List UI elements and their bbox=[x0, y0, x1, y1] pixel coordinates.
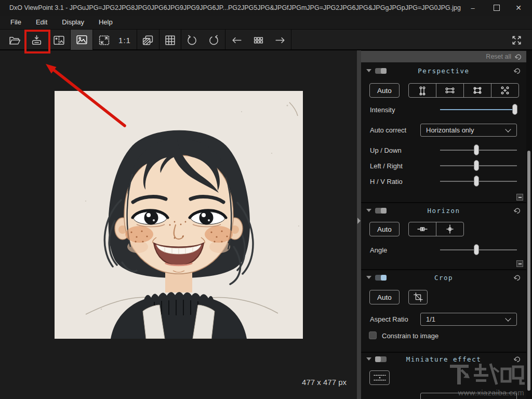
aspect-ratio-label: Aspect Ratio bbox=[370, 315, 408, 323]
fit-screen-button[interactable] bbox=[95, 32, 113, 49]
toolbar: 1:1 bbox=[0, 29, 532, 50]
open-folder-icon bbox=[8, 34, 21, 47]
menu-display[interactable]: Display bbox=[55, 16, 91, 29]
crop-undo-icon[interactable] bbox=[513, 274, 521, 282]
constrain-to-image-label: Constrain to image bbox=[382, 332, 438, 340]
force-vertical-parallels-button[interactable] bbox=[409, 84, 436, 97]
left-right-slider[interactable] bbox=[440, 159, 517, 172]
fullscreen-icon bbox=[510, 34, 523, 47]
rotate-cw-button[interactable] bbox=[204, 32, 223, 49]
menu-edit[interactable]: Edit bbox=[29, 16, 55, 29]
horizon-title: Horizon bbox=[361, 207, 526, 215]
left-right-label: Left / Right bbox=[370, 162, 403, 170]
main-area: 477 x 477 px Reset all Perspective bbox=[0, 50, 532, 399]
chevron-down-icon bbox=[505, 126, 511, 132]
up-down-slider[interactable] bbox=[440, 144, 517, 156]
reset-all-bar[interactable]: Reset all bbox=[361, 51, 526, 62]
force-horizontal-parallels-button[interactable] bbox=[436, 84, 463, 97]
auto-label: Auto bbox=[377, 87, 392, 95]
angle-label: Angle bbox=[370, 246, 387, 254]
intensity-slider[interactable] bbox=[440, 103, 517, 116]
window-title: DxO ViewPoint 3.1 - JPGuJPG=JPG2JPG8JPG0… bbox=[9, 0, 461, 16]
perspective-undo-icon[interactable] bbox=[513, 67, 521, 75]
slider-handle[interactable] bbox=[474, 176, 479, 187]
miniature-title: Miniature effect bbox=[361, 355, 526, 363]
tilt-shift-icon bbox=[373, 373, 387, 382]
previous-image-button[interactable] bbox=[227, 32, 246, 49]
force-rectangle-button[interactable] bbox=[463, 84, 491, 97]
horizontal-parallels-icon bbox=[444, 84, 456, 97]
horizon-level-vertical-button[interactable] bbox=[436, 222, 463, 236]
section-divider bbox=[361, 269, 526, 270]
app-window: DxO ViewPoint 3.1 - JPGuJPG=JPG2JPG8JPG0… bbox=[0, 0, 532, 399]
level-vertical-icon bbox=[444, 223, 456, 235]
maximize-icon bbox=[494, 5, 500, 11]
menu-file[interactable]: File bbox=[3, 16, 29, 29]
constrain-to-image-checkbox[interactable] bbox=[369, 331, 377, 339]
eight-point-tool-button[interactable] bbox=[491, 84, 518, 97]
crop-auto-button[interactable]: Auto bbox=[369, 290, 400, 304]
perspective-header: Perspective bbox=[361, 66, 526, 76]
slider-track bbox=[440, 109, 517, 110]
auto-correct-value: Horizontals only bbox=[426, 124, 474, 136]
horizon-undo-icon[interactable] bbox=[513, 207, 521, 215]
thumbnail-browser-button[interactable] bbox=[249, 32, 268, 49]
toolbar-separator bbox=[181, 30, 181, 50]
panel-collapse-icon[interactable] bbox=[357, 218, 361, 224]
auto-correct-dropdown[interactable]: Horizontals only bbox=[420, 124, 517, 137]
menu-help[interactable]: Help bbox=[91, 16, 120, 29]
miniature-partial-dropdown[interactable] bbox=[420, 393, 517, 399]
image-view-icon bbox=[75, 33, 88, 46]
arrow-right-icon bbox=[274, 34, 287, 47]
angle-slider[interactable] bbox=[440, 244, 517, 256]
miniature-tool-button[interactable] bbox=[369, 370, 390, 385]
miniature-header: Miniature effect bbox=[361, 355, 526, 364]
crop-tool-button[interactable] bbox=[408, 290, 428, 304]
panel-scrollbar[interactable] bbox=[526, 50, 532, 399]
section-divider bbox=[361, 202, 526, 203]
rotate-ccw-button[interactable] bbox=[182, 32, 201, 49]
overlay-compare-button[interactable] bbox=[138, 32, 157, 49]
toolbar-separator bbox=[225, 30, 225, 50]
grid-button[interactable] bbox=[161, 32, 179, 49]
horizon-collapse-button[interactable] bbox=[516, 260, 523, 267]
perspective-tool-group bbox=[408, 83, 519, 98]
horizon-auto-button[interactable]: Auto bbox=[369, 222, 400, 236]
toolbar-separator bbox=[159, 30, 159, 50]
slider-handle[interactable] bbox=[474, 160, 479, 171]
hv-ratio-slider[interactable] bbox=[440, 175, 517, 188]
horizon-level-horizontal-button[interactable] bbox=[409, 222, 436, 236]
reset-all-label: Reset all bbox=[486, 53, 511, 60]
grid-icon bbox=[164, 34, 177, 47]
perspective-collapse-button[interactable] bbox=[516, 194, 523, 201]
miniature-undo-icon[interactable] bbox=[513, 355, 521, 363]
zoom-1-1-button[interactable]: 1:1 bbox=[115, 32, 134, 49]
fullscreen-button[interactable] bbox=[505, 32, 528, 49]
scrollbar-thumb[interactable] bbox=[527, 151, 530, 391]
slider-handle[interactable] bbox=[512, 104, 517, 115]
open-file-button[interactable] bbox=[5, 32, 24, 49]
intensity-label: Intensity bbox=[370, 106, 395, 114]
aspect-ratio-value: 1/1 bbox=[426, 313, 435, 325]
image-view-button[interactable] bbox=[71, 30, 92, 50]
slider-handle[interactable] bbox=[474, 244, 479, 255]
auto-correct-label: Auto correct bbox=[370, 126, 406, 134]
compare-split-icon bbox=[52, 34, 65, 47]
title-bar: DxO ViewPoint 3.1 - JPGuJPG=JPG2JPG8JPG0… bbox=[0, 0, 532, 16]
maximize-button[interactable] bbox=[485, 0, 508, 16]
aspect-ratio-dropdown[interactable]: 1/1 bbox=[420, 313, 517, 326]
close-button[interactable]: ✕ bbox=[507, 0, 530, 16]
corrections-panel: Reset all Perspective Auto bbox=[361, 50, 526, 399]
image-canvas[interactable]: 477 x 477 px bbox=[0, 50, 357, 399]
panel-divider[interactable] bbox=[357, 50, 361, 399]
rotate-ccw-icon bbox=[185, 34, 198, 47]
compare-view-button[interactable] bbox=[49, 32, 68, 49]
next-image-button[interactable] bbox=[271, 32, 289, 49]
eight-point-icon bbox=[499, 84, 511, 97]
slider-handle[interactable] bbox=[474, 144, 479, 155]
minimize-button[interactable]: – bbox=[461, 0, 484, 16]
image-dimensions-status: 477 x 477 px bbox=[302, 378, 347, 387]
perspective-auto-button[interactable]: Auto bbox=[369, 83, 400, 98]
reset-all-undo-icon bbox=[514, 53, 522, 61]
crop-header: Crop bbox=[361, 273, 526, 283]
